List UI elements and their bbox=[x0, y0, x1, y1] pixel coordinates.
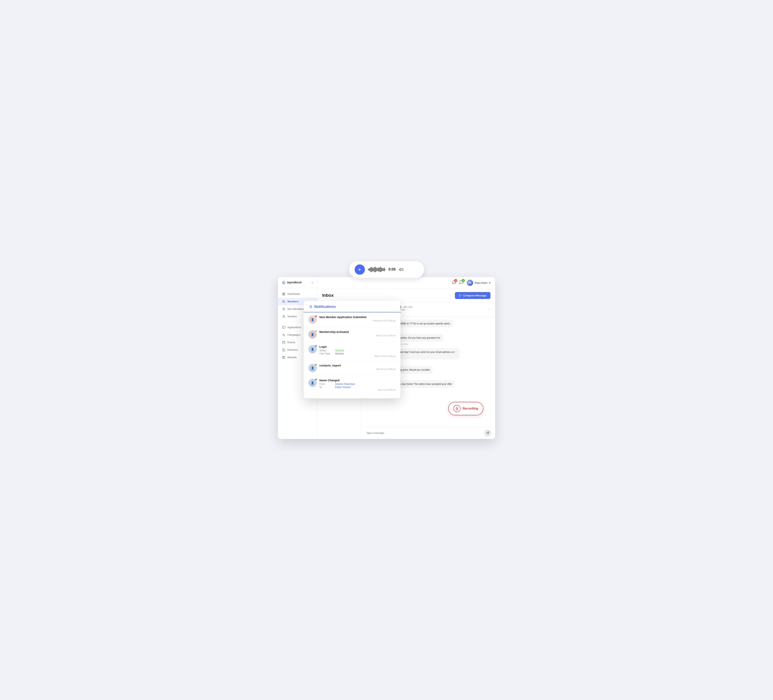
notif-to-value: Esther Howard bbox=[335, 386, 351, 389]
svg-rect-16 bbox=[283, 356, 285, 359]
notif-dot bbox=[315, 345, 317, 347]
dashboard-label: Dashboard bbox=[288, 292, 300, 295]
notif-content: New Member Application Submitted Februar… bbox=[319, 316, 396, 322]
user-menu-button[interactable]: RK Raza Khan ▾ bbox=[467, 280, 490, 286]
notif-status-value: Success bbox=[335, 349, 344, 352]
recording-button[interactable]: Recording bbox=[448, 402, 483, 415]
notif-from-row: From Darlene Robertson bbox=[319, 383, 396, 385]
messages-button[interactable]: 4 bbox=[459, 280, 464, 285]
topbar-actions: 10 4 RK Raza Khan ▾ bbox=[452, 280, 490, 286]
notif-status-row: Status: Success bbox=[319, 349, 396, 352]
svg-rect-2 bbox=[283, 293, 283, 294]
svg-marker-0 bbox=[359, 268, 361, 271]
elections-icon bbox=[282, 348, 286, 352]
members-label: Members bbox=[288, 300, 299, 303]
notif-dot bbox=[315, 364, 317, 366]
notif-time: May 30 at 12:58 pm bbox=[319, 368, 396, 370]
dashboard-icon bbox=[282, 292, 286, 296]
notif-dot bbox=[315, 378, 317, 381]
applications-icon bbox=[282, 326, 286, 329]
notif-from-label: From bbox=[319, 383, 335, 385]
svg-rect-3 bbox=[284, 293, 285, 294]
notif-status-label: Status: bbox=[319, 349, 335, 352]
notification-item: 👤 New Member Application Submitted Febru… bbox=[304, 312, 400, 327]
audio-time: 0:05 bbox=[388, 267, 396, 272]
sidebar-collapse-icon[interactable]: « bbox=[312, 281, 313, 284]
chat-input[interactable] bbox=[365, 430, 482, 436]
svg-point-6 bbox=[283, 300, 284, 301]
notif-title-text: New Member Application Submitted bbox=[319, 316, 396, 319]
svg-rect-5 bbox=[283, 294, 283, 295]
notif-content: contacts_import May 30 at 12:58 pm bbox=[319, 364, 396, 370]
notifications-header: Notifications bbox=[304, 301, 400, 312]
campaigns-label: Campaigns bbox=[288, 333, 301, 336]
notification-item: 👤 Membership Activated April 12 at 12:58… bbox=[304, 327, 400, 342]
svg-rect-12 bbox=[283, 341, 285, 344]
vendors-icon bbox=[282, 315, 286, 318]
notif-content: Login Status: Success User Type: Member … bbox=[319, 345, 396, 357]
notif-time: April 12 at 12:58 pm bbox=[319, 334, 396, 337]
compose-message-button[interactable]: Compose Message bbox=[455, 292, 490, 299]
notif-content: Membership Activated April 12 at 12:58 p… bbox=[319, 330, 396, 337]
chat-send-button[interactable] bbox=[484, 430, 491, 436]
notif-avatar: 👤 bbox=[308, 316, 317, 324]
notif-from-value: Darlene Robertson bbox=[335, 383, 355, 385]
sidebar-header: AgentBook « bbox=[278, 277, 317, 288]
svg-point-8 bbox=[283, 315, 284, 316]
elections-label: Elections bbox=[288, 348, 298, 351]
notifications-button[interactable]: 10 bbox=[452, 280, 456, 285]
events-label: Events bbox=[288, 341, 295, 344]
notifications-title: Notifications bbox=[314, 305, 336, 309]
notif-title-text: Login bbox=[319, 345, 396, 348]
website-label: Website bbox=[288, 356, 297, 359]
notif-avatar: 👤 bbox=[308, 379, 317, 387]
recording-mic-icon bbox=[453, 405, 461, 412]
user-name: Raza Khan bbox=[475, 282, 487, 284]
notif-avatar: 👤 bbox=[308, 364, 317, 372]
notif-usertype-value: Member bbox=[335, 352, 344, 355]
chat-input-area bbox=[361, 427, 495, 439]
app-title: AgentBook bbox=[287, 281, 302, 284]
notif-title-text: contacts_import bbox=[319, 364, 396, 367]
svg-point-7 bbox=[283, 308, 284, 309]
notif-time: March 19 at 12:58 pm bbox=[319, 355, 396, 357]
notification-item: 👤 Login Status: Success User Type: Membe… bbox=[304, 342, 400, 361]
inbox-header: Inbox Compose Message bbox=[317, 289, 495, 302]
non-members-icon bbox=[282, 307, 286, 311]
notif-dot bbox=[315, 315, 317, 318]
svg-marker-1 bbox=[399, 268, 401, 271]
website-icon bbox=[282, 356, 286, 359]
svg-rect-4 bbox=[284, 294, 285, 295]
notif-title-text: Membership Activated bbox=[319, 330, 396, 334]
non-members-label: Non-Members bbox=[288, 308, 304, 310]
notif-usertype-label: User Type: bbox=[319, 352, 335, 355]
audio-play-button[interactable] bbox=[355, 264, 365, 275]
notif-avatar: 👤 bbox=[308, 345, 317, 354]
user-avatar: RK bbox=[467, 280, 473, 286]
chat-options-icon[interactable]: ⋮ bbox=[488, 308, 491, 311]
audio-waveform bbox=[368, 267, 385, 272]
notifications-badge: 10 bbox=[454, 279, 457, 282]
messages-badge: 4 bbox=[462, 279, 465, 282]
app-logo: AgentBook bbox=[282, 281, 302, 284]
audio-player: 0:05 bbox=[349, 261, 424, 278]
vendors-label: Vendors bbox=[288, 315, 297, 318]
notifications-panel: Notifications 👤 New Member Application S… bbox=[304, 301, 400, 398]
inbox-title: Inbox bbox=[322, 293, 334, 298]
notification-item: 👤 contacts_import May 30 at 12:58 pm bbox=[304, 361, 400, 376]
notification-item: 👤 Name Changed From Darlene Robertson To… bbox=[304, 376, 400, 394]
notif-to-label: To bbox=[319, 386, 335, 389]
notif-time: February 9 at 12:58 pm bbox=[319, 320, 396, 322]
svg-rect-9 bbox=[282, 326, 285, 328]
notif-time: Sep 9 at 12:58 pm bbox=[319, 389, 396, 391]
contact-badges: ABR, CRA bbox=[403, 306, 413, 308]
sidebar-item-dashboard[interactable]: Dashboard bbox=[278, 290, 317, 298]
compose-label: Compose Message bbox=[463, 294, 487, 297]
notif-dot bbox=[315, 330, 317, 332]
campaigns-icon bbox=[282, 333, 286, 337]
user-dropdown-icon: ▾ bbox=[489, 282, 490, 284]
notif-title-text: Name Changed bbox=[319, 379, 396, 382]
members-icon bbox=[282, 300, 286, 303]
audio-volume-icon[interactable] bbox=[399, 267, 404, 272]
notif-content: Name Changed From Darlene Robertson To E… bbox=[319, 379, 396, 391]
